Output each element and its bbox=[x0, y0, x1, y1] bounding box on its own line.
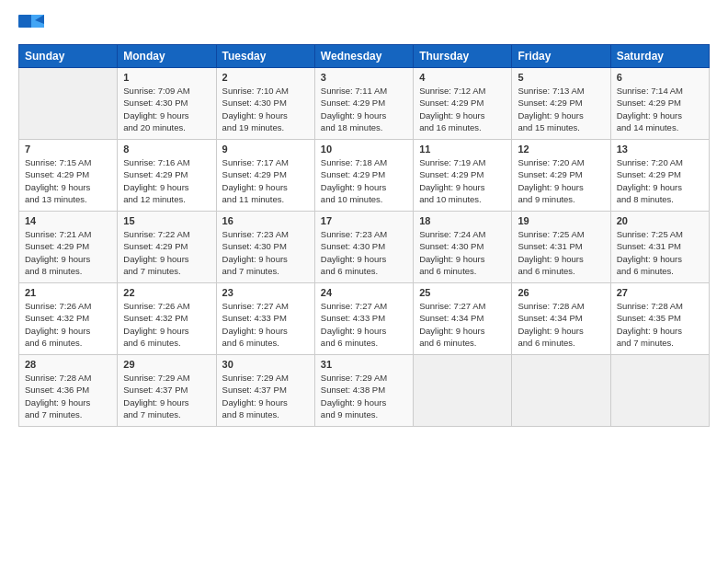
weekday-monday: Monday bbox=[118, 45, 216, 68]
weekday-wednesday: Wednesday bbox=[314, 45, 413, 68]
day-info: Sunrise: 7:26 AMSunset: 4:32 PMDaylight:… bbox=[123, 300, 210, 349]
header bbox=[18, 15, 710, 35]
page: SundayMondayTuesdayWednesdayThursdayFrid… bbox=[0, 0, 728, 563]
weekday-sunday: Sunday bbox=[19, 45, 118, 68]
day-info: Sunrise: 7:19 AMSunset: 4:29 PMDaylight:… bbox=[419, 156, 506, 205]
day-number: 18 bbox=[419, 215, 506, 226]
day-number: 5 bbox=[518, 72, 604, 83]
calendar-cell: 7Sunrise: 7:15 AMSunset: 4:29 PMDaylight… bbox=[19, 140, 118, 212]
day-info: Sunrise: 7:25 AMSunset: 4:31 PMDaylight:… bbox=[518, 228, 604, 277]
week-row-1: 1Sunrise: 7:09 AMSunset: 4:30 PMDaylight… bbox=[19, 68, 710, 140]
day-number: 11 bbox=[419, 144, 506, 155]
day-info: Sunrise: 7:27 AMSunset: 4:33 PMDaylight:… bbox=[321, 300, 407, 349]
week-row-3: 14Sunrise: 7:21 AMSunset: 4:29 PMDayligh… bbox=[19, 212, 710, 283]
day-number: 9 bbox=[222, 144, 309, 155]
calendar-cell: 2Sunrise: 7:10 AMSunset: 4:30 PMDaylight… bbox=[216, 68, 314, 140]
day-info: Sunrise: 7:20 AMSunset: 4:29 PMDaylight:… bbox=[617, 156, 703, 205]
week-row-5: 28Sunrise: 7:28 AMSunset: 4:36 PMDayligh… bbox=[19, 355, 710, 427]
day-info: Sunrise: 7:14 AMSunset: 4:29 PMDaylight:… bbox=[617, 85, 703, 133]
day-number: 31 bbox=[321, 359, 407, 370]
calendar-cell: 17Sunrise: 7:23 AMSunset: 4:30 PMDayligh… bbox=[314, 212, 413, 283]
calendar-cell bbox=[414, 355, 512, 427]
day-number: 6 bbox=[617, 72, 703, 83]
day-info: Sunrise: 7:12 AMSunset: 4:29 PMDaylight:… bbox=[419, 85, 506, 133]
calendar-cell: 16Sunrise: 7:23 AMSunset: 4:30 PMDayligh… bbox=[216, 212, 314, 283]
week-row-2: 7Sunrise: 7:15 AMSunset: 4:29 PMDaylight… bbox=[19, 140, 710, 212]
day-number: 10 bbox=[321, 144, 407, 155]
day-info: Sunrise: 7:16 AMSunset: 4:29 PMDaylight:… bbox=[123, 156, 210, 205]
calendar-cell: 3Sunrise: 7:11 AMSunset: 4:29 PMDaylight… bbox=[314, 68, 413, 140]
day-number: 16 bbox=[222, 215, 309, 226]
svg-rect-0 bbox=[18, 15, 33, 28]
day-info: Sunrise: 7:18 AMSunset: 4:29 PMDaylight:… bbox=[321, 156, 407, 205]
calendar-cell: 31Sunrise: 7:29 AMSunset: 4:38 PMDayligh… bbox=[314, 355, 413, 427]
calendar-cell: 22Sunrise: 7:26 AMSunset: 4:32 PMDayligh… bbox=[118, 283, 216, 355]
day-info: Sunrise: 7:29 AMSunset: 4:38 PMDaylight:… bbox=[321, 372, 407, 420]
day-number: 23 bbox=[222, 287, 309, 298]
calendar-cell: 6Sunrise: 7:14 AMSunset: 4:29 PMDaylight… bbox=[610, 68, 709, 140]
day-info: Sunrise: 7:28 AMSunset: 4:35 PMDaylight:… bbox=[617, 300, 703, 349]
logo bbox=[18, 15, 48, 35]
day-number: 19 bbox=[518, 215, 604, 226]
day-number: 14 bbox=[25, 215, 111, 226]
calendar-cell: 5Sunrise: 7:13 AMSunset: 4:29 PMDaylight… bbox=[512, 68, 610, 140]
calendar-cell: 13Sunrise: 7:20 AMSunset: 4:29 PMDayligh… bbox=[610, 140, 709, 212]
day-number: 28 bbox=[25, 359, 111, 370]
weekday-thursday: Thursday bbox=[414, 45, 512, 68]
calendar-cell: 8Sunrise: 7:16 AMSunset: 4:29 PMDaylight… bbox=[118, 140, 216, 212]
day-number: 22 bbox=[123, 287, 210, 298]
calendar: SundayMondayTuesdayWednesdayThursdayFrid… bbox=[18, 44, 710, 427]
calendar-cell: 4Sunrise: 7:12 AMSunset: 4:29 PMDaylight… bbox=[414, 68, 512, 140]
day-number: 27 bbox=[617, 287, 703, 298]
calendar-body: 1Sunrise: 7:09 AMSunset: 4:30 PMDaylight… bbox=[19, 68, 710, 427]
calendar-cell: 9Sunrise: 7:17 AMSunset: 4:29 PMDaylight… bbox=[216, 140, 314, 212]
day-number: 12 bbox=[518, 144, 604, 155]
day-number: 26 bbox=[518, 287, 604, 298]
weekday-friday: Friday bbox=[512, 45, 610, 68]
calendar-cell: 28Sunrise: 7:28 AMSunset: 4:36 PMDayligh… bbox=[19, 355, 118, 427]
day-number: 21 bbox=[25, 287, 111, 298]
calendar-cell: 27Sunrise: 7:28 AMSunset: 4:35 PMDayligh… bbox=[610, 283, 709, 355]
logo-icon bbox=[18, 15, 44, 35]
day-number: 1 bbox=[123, 72, 210, 83]
day-number: 24 bbox=[321, 287, 407, 298]
calendar-cell: 25Sunrise: 7:27 AMSunset: 4:34 PMDayligh… bbox=[414, 283, 512, 355]
day-info: Sunrise: 7:27 AMSunset: 4:33 PMDaylight:… bbox=[222, 300, 309, 349]
day-info: Sunrise: 7:28 AMSunset: 4:36 PMDaylight:… bbox=[25, 372, 111, 420]
day-info: Sunrise: 7:29 AMSunset: 4:37 PMDaylight:… bbox=[123, 372, 210, 420]
day-info: Sunrise: 7:21 AMSunset: 4:29 PMDaylight:… bbox=[25, 228, 111, 277]
day-info: Sunrise: 7:22 AMSunset: 4:29 PMDaylight:… bbox=[123, 228, 210, 277]
weekday-tuesday: Tuesday bbox=[216, 45, 314, 68]
day-info: Sunrise: 7:13 AMSunset: 4:29 PMDaylight:… bbox=[518, 85, 604, 133]
day-info: Sunrise: 7:27 AMSunset: 4:34 PMDaylight:… bbox=[419, 300, 506, 349]
day-info: Sunrise: 7:09 AMSunset: 4:30 PMDaylight:… bbox=[123, 85, 210, 133]
day-info: Sunrise: 7:17 AMSunset: 4:29 PMDaylight:… bbox=[222, 156, 309, 205]
day-number: 17 bbox=[321, 215, 407, 226]
day-info: Sunrise: 7:15 AMSunset: 4:29 PMDaylight:… bbox=[25, 156, 111, 205]
calendar-cell: 18Sunrise: 7:24 AMSunset: 4:30 PMDayligh… bbox=[414, 212, 512, 283]
calendar-cell: 15Sunrise: 7:22 AMSunset: 4:29 PMDayligh… bbox=[118, 212, 216, 283]
day-info: Sunrise: 7:25 AMSunset: 4:31 PMDaylight:… bbox=[617, 228, 703, 277]
day-number: 30 bbox=[222, 359, 309, 370]
calendar-cell: 26Sunrise: 7:28 AMSunset: 4:34 PMDayligh… bbox=[512, 283, 610, 355]
calendar-cell: 30Sunrise: 7:29 AMSunset: 4:37 PMDayligh… bbox=[216, 355, 314, 427]
day-number: 2 bbox=[222, 72, 309, 83]
calendar-header: SundayMondayTuesdayWednesdayThursdayFrid… bbox=[19, 45, 710, 68]
day-number: 4 bbox=[419, 72, 506, 83]
day-number: 29 bbox=[123, 359, 210, 370]
day-number: 25 bbox=[419, 287, 506, 298]
weekday-saturday: Saturday bbox=[610, 45, 709, 68]
day-info: Sunrise: 7:23 AMSunset: 4:30 PMDaylight:… bbox=[321, 228, 407, 277]
day-number: 20 bbox=[617, 215, 703, 226]
day-number: 13 bbox=[617, 144, 703, 155]
calendar-cell bbox=[610, 355, 709, 427]
day-info: Sunrise: 7:26 AMSunset: 4:32 PMDaylight:… bbox=[25, 300, 111, 349]
week-row-4: 21Sunrise: 7:26 AMSunset: 4:32 PMDayligh… bbox=[19, 283, 710, 355]
calendar-cell: 11Sunrise: 7:19 AMSunset: 4:29 PMDayligh… bbox=[414, 140, 512, 212]
calendar-cell: 1Sunrise: 7:09 AMSunset: 4:30 PMDaylight… bbox=[118, 68, 216, 140]
day-info: Sunrise: 7:11 AMSunset: 4:29 PMDaylight:… bbox=[321, 85, 407, 133]
calendar-cell: 29Sunrise: 7:29 AMSunset: 4:37 PMDayligh… bbox=[118, 355, 216, 427]
calendar-cell: 24Sunrise: 7:27 AMSunset: 4:33 PMDayligh… bbox=[314, 283, 413, 355]
calendar-cell: 14Sunrise: 7:21 AMSunset: 4:29 PMDayligh… bbox=[19, 212, 118, 283]
weekday-header-row: SundayMondayTuesdayWednesdayThursdayFrid… bbox=[19, 45, 710, 68]
